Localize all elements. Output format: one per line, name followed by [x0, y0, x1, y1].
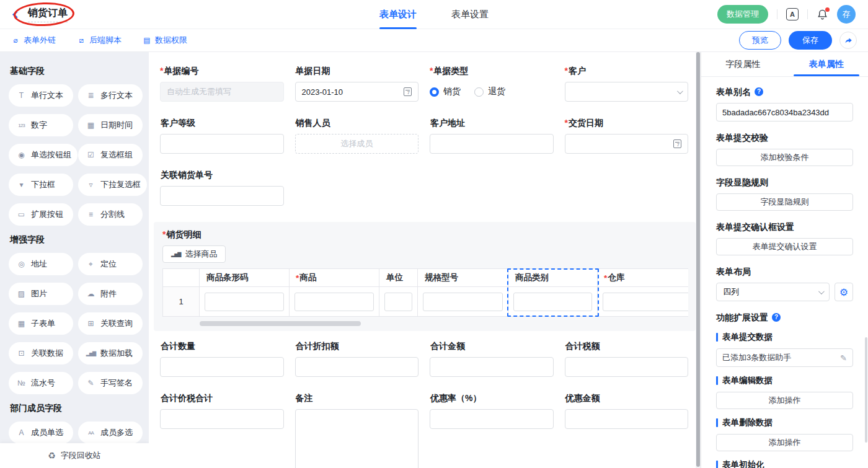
field-item-member-single[interactable]: A成员单选 — [9, 422, 73, 444]
field-total-with-tax[interactable]: 合计价税合计 — [160, 392, 284, 468]
field-discount-amount[interactable]: 优惠金额 — [565, 392, 689, 468]
tab-form-design[interactable]: 表单设计 — [379, 0, 417, 29]
product-cell-input[interactable] — [294, 293, 374, 311]
field-item-select[interactable]: ▾下拉框 — [9, 174, 73, 196]
avatar[interactable]: 存 — [837, 5, 856, 24]
field-item-number[interactable]: 123数字 — [9, 114, 73, 136]
field-item-signature[interactable]: ✎手写签名 — [78, 372, 143, 394]
field-item-image[interactable]: ▨图片 — [9, 283, 73, 305]
help-icon[interactable] — [755, 87, 763, 96]
address-book-icon[interactable]: A — [786, 8, 799, 20]
delete-data-add-button[interactable]: 添加操作 — [716, 434, 853, 451]
customer-address-input[interactable] — [430, 134, 554, 154]
field-item-checkbox-group[interactable]: ☑复选框组 — [78, 144, 143, 166]
col-header-warehouse[interactable]: *仓库 — [598, 268, 688, 287]
form-alias-input[interactable]: 5badadac667c8034ba2343dd — [716, 103, 853, 121]
canvas-vertical-scrollbar[interactable] — [696, 52, 701, 468]
preview-button[interactable]: 预览 — [739, 31, 781, 50]
add-validation-button[interactable]: 添加校验条件 — [716, 149, 853, 166]
field-total-amount[interactable]: 合计金额 — [430, 340, 554, 377]
field-total-discount[interactable]: 合计折扣额 — [295, 340, 419, 377]
unit-cell-input[interactable] — [384, 293, 412, 311]
customer-level-input[interactable] — [160, 134, 284, 154]
field-item-radio-group[interactable]: ◉单选按钮组 — [9, 144, 78, 166]
category-cell-input[interactable] — [513, 293, 592, 311]
submit-confirm-button[interactable]: 表单提交确认设置 — [716, 238, 853, 255]
col-header-barcode[interactable]: 商品条形码 — [200, 268, 290, 287]
field-item-linked-query[interactable]: ⊞关联查询 — [78, 312, 143, 335]
col-header-product[interactable]: *商品 — [290, 268, 379, 287]
field-item-member-multi[interactable]: AA成员多选 — [78, 422, 143, 444]
remark-textarea[interactable] — [295, 409, 419, 468]
backend-script-link[interactable]: ⧄ 后端脚本 — [77, 35, 122, 46]
field-recycle-bin[interactable]: ♻ 字段回收站 — [0, 443, 149, 468]
field-item-location[interactable]: ⌖定位 — [78, 253, 143, 275]
field-customer-address[interactable]: 客户地址 — [430, 117, 554, 154]
subform-horizontal-scrollbar[interactable] — [200, 321, 361, 326]
form-title[interactable]: 销货订单 — [28, 7, 68, 22]
field-item-multi-select[interactable]: ▿下拉复选框 — [78, 174, 147, 196]
doc-date-input[interactable]: 2023-01-107 — [295, 82, 419, 102]
scrollbar-thumb[interactable] — [696, 52, 700, 467]
field-doc-date[interactable]: 单据日期 2023-01-107 — [295, 64, 419, 102]
salesperson-picker[interactable]: 选择成员 — [295, 134, 419, 154]
edit-data-add-button[interactable]: 添加操作 — [716, 392, 853, 409]
field-total-tax[interactable]: 合计税额 — [565, 340, 689, 377]
field-customer[interactable]: *客户 — [565, 64, 689, 102]
submit-data-assistant-box[interactable]: 已添加3条数据助手 ✎ — [716, 348, 853, 367]
select-product-button[interactable]: ▂▅▇ 选择商品 — [162, 245, 226, 263]
tab-form-properties[interactable]: 表单属性 — [785, 52, 868, 76]
panel-scrollbar[interactable] — [865, 337, 867, 443]
form-external-link[interactable]: ⌀ 表单外链 — [11, 35, 56, 46]
tab-form-settings[interactable]: 表单设置 — [451, 0, 489, 29]
field-item-multi-line-text[interactable]: ≣多行文本 — [78, 84, 143, 107]
col-header-spec[interactable]: 规格型号 — [418, 268, 508, 287]
gear-icon[interactable]: ⚙ — [835, 283, 853, 301]
field-item-attachment[interactable]: ☁附件 — [78, 283, 143, 305]
edit-icon[interactable]: ✎ — [840, 353, 847, 363]
field-customer-level[interactable]: 客户等级 — [160, 117, 284, 154]
field-related-order-no[interactable]: 关联销货单号 — [160, 169, 284, 206]
total-tax-input[interactable] — [565, 357, 689, 377]
share-icon[interactable] — [839, 32, 857, 49]
field-item-address[interactable]: ◎地址 — [9, 253, 73, 275]
field-item-linked-data[interactable]: ⊡关联数据 — [9, 342, 73, 364]
field-item-serial-number[interactable]: №流水号 — [9, 372, 73, 394]
field-total-qty[interactable]: 合计数量 — [160, 340, 284, 377]
form-design-canvas[interactable]: *单据编号 自动生成无需填写 单据日期 2023-01-107 *单据类型 销货… — [149, 52, 696, 468]
field-discount-rate[interactable]: 优惠率（%） — [430, 392, 554, 468]
field-item-data-load[interactable]: ▂▅▇数据加载 — [78, 342, 143, 364]
help-icon[interactable] — [772, 313, 781, 322]
doc-no-input[interactable]: 自动生成无需填写 — [160, 82, 284, 102]
form-layout-select[interactable]: 四列 — [716, 283, 830, 301]
field-salesperson[interactable]: 销售人员 选择成员 — [295, 117, 419, 154]
radio-sale[interactable]: 销货 — [430, 86, 461, 97]
total-discount-input[interactable] — [295, 357, 419, 377]
warehouse-cell-input[interactable] — [603, 293, 688, 311]
field-delivery-date[interactable]: *交货日期 7 — [565, 117, 689, 154]
field-item-single-line-text[interactable]: T单行文本 — [9, 84, 73, 107]
col-header-unit[interactable]: 单位 — [379, 268, 418, 287]
tab-field-properties[interactable]: 字段属性 — [701, 52, 785, 76]
total-qty-input[interactable] — [160, 357, 284, 377]
field-item-datetime[interactable]: ▦日期时间 — [78, 114, 143, 136]
total-amount-input[interactable] — [430, 357, 554, 377]
discount-rate-input[interactable] — [430, 409, 554, 429]
delivery-date-input[interactable]: 7 — [565, 134, 689, 154]
save-button[interactable]: 保存 — [789, 31, 832, 50]
radio-return[interactable]: 退货 — [474, 86, 505, 97]
barcode-cell-input[interactable] — [205, 293, 284, 311]
notification-bell-icon[interactable] — [817, 9, 828, 20]
field-item-subform[interactable]: ▦子表单 — [9, 312, 73, 335]
spec-cell-input[interactable] — [423, 293, 503, 311]
field-doc-type[interactable]: *单据类型 销货 退货 — [430, 64, 554, 102]
field-remark[interactable]: 备注 — [295, 392, 419, 468]
discount-amount-input[interactable] — [565, 409, 689, 429]
col-header-category[interactable]: 商品类别 — [508, 268, 598, 287]
data-permission-link[interactable]: ▤ 数据权限 — [143, 35, 187, 46]
subform-sales-detail[interactable]: *销货明细 ▂▅▇ 选择商品 商品条形码 *商品 单位 规格型号 商品类别 *仓… — [154, 222, 696, 331]
back-icon[interactable] — [12, 11, 20, 19]
field-item-extend-button[interactable]: ▭扩展按钮 — [9, 203, 73, 226]
related-order-no-input[interactable] — [160, 186, 284, 206]
field-item-divider-line[interactable]: ≡分割线 — [78, 203, 143, 226]
